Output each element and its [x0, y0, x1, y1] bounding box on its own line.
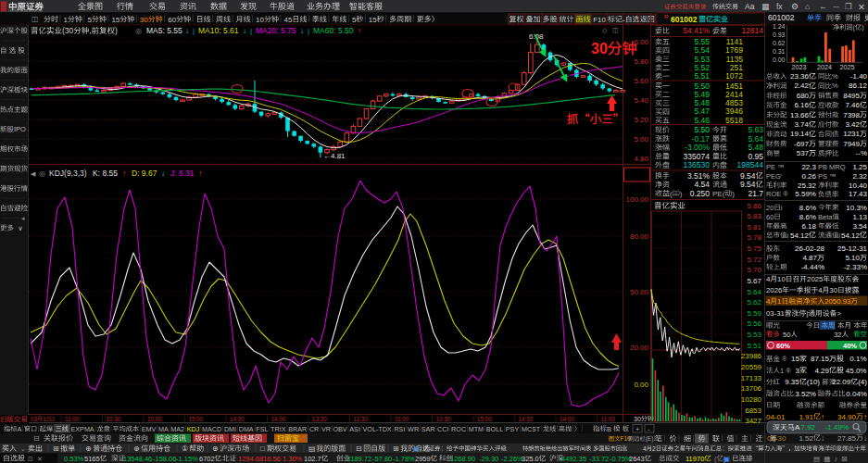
svg-text:17.43: 17.43 — [849, 190, 868, 198]
svg-text:45.0%: 45.0% — [846, 367, 867, 375]
svg-text:2643: 2643 — [629, 455, 645, 463]
svg-text:|: | — [806, 309, 808, 318]
svg-text:9.35: 9.35 — [785, 378, 799, 386]
svg-text:10.3%: 10.3% — [846, 204, 867, 212]
svg-text:4492.35: 4492.35 — [561, 455, 586, 463]
svg-text:16.56: 16.56 — [263, 455, 281, 463]
svg-text:10280: 10280 — [741, 395, 762, 404]
svg-text:03: 03 — [31, 416, 38, 422]
svg-text:↑: ↑ — [821, 413, 824, 421]
svg-text:▤: ▤ — [308, 444, 318, 453]
svg-text:3427: 3427 — [745, 417, 761, 425]
svg-text:8.6%: 8.6% — [799, 204, 816, 212]
svg-text:0.93: 0.93 — [773, 31, 786, 38]
svg-text:3.54: 3.54 — [852, 222, 867, 231]
svg-text:601002: 601002 — [768, 13, 795, 22]
svg-text:4: 4 — [818, 286, 823, 294]
svg-text:∨: ∨ — [14, 224, 23, 232]
svg-text:30: 30 — [634, 416, 641, 422]
svg-text:IPO: IPO — [14, 125, 26, 133]
svg-text:5.00: 5.00 — [634, 135, 648, 144]
svg-text:8.6%: 8.6% — [799, 213, 816, 221]
svg-text:5.59: 5.59 — [747, 309, 761, 318]
svg-text:5.60: 5.60 — [634, 77, 648, 85]
svg-text:5.75: 5.75 — [747, 244, 761, 253]
svg-text:7949: 7949 — [843, 140, 860, 148]
svg-text:10: 10 — [777, 275, 786, 283]
svg-text:537: 537 — [797, 149, 810, 157]
svg-text:2959: 2959 — [415, 455, 431, 463]
svg-text:Aa: Aa — [745, 2, 755, 11]
svg-text:26-02-28: 26-02-28 — [795, 244, 825, 253]
svg-text:↑: ↑ — [358, 26, 361, 35]
svg-text:4.29: 4.29 — [814, 367, 829, 375]
svg-text:10:30: 10:30 — [107, 416, 121, 422]
svg-text:12814: 12814 — [741, 26, 763, 35]
svg-text:21.7: 21.7 — [748, 189, 764, 198]
svg-text:14:30: 14:30 — [519, 416, 534, 422]
svg-text:F10: F10 — [593, 16, 606, 24]
svg-text:←4.81: ←4.81 — [323, 152, 346, 160]
svg-text:5.10: 5.10 — [845, 254, 860, 262]
svg-text:50: 50 — [783, 331, 790, 339]
svg-text:5: 5 — [352, 16, 357, 24]
svg-text:◎: ◎ — [135, 27, 142, 35]
svg-text:PSY: PSY — [506, 425, 520, 433]
svg-text:6.18: 6.18 — [801, 222, 816, 231]
svg-text:03-31: 03-31 — [766, 309, 785, 318]
svg-text:0.26: 0.26 — [801, 172, 816, 181]
svg-text:1.25: 1.25 — [852, 163, 867, 171]
svg-text:|: | — [250, 27, 252, 35]
svg-text:14:00: 14:00 — [560, 416, 574, 422]
svg-text:-1.15%: -1.15% — [176, 455, 198, 463]
svg-text:25.32: 25.32 — [798, 181, 817, 190]
svg-text:0.53%: 0.53% — [64, 455, 84, 463]
svg-text:J: 6.31: J: 6.31 — [170, 169, 195, 178]
svg-text:MA2: MA2 — [170, 425, 184, 433]
svg-text:5165: 5165 — [84, 455, 100, 463]
svg-text:MTM: MTM — [469, 425, 484, 433]
svg-text:30: 30 — [829, 286, 837, 294]
svg-text:PS ™: PS ™ — [818, 172, 837, 181]
svg-text:-1.78%: -1.78% — [393, 455, 415, 463]
svg-text:5.62: 5.62 — [747, 298, 761, 307]
svg-text:0.1%: 0.1% — [849, 355, 866, 363]
svg-text:EXPMA: EXPMA — [71, 425, 94, 433]
svg-text:®: ® — [780, 355, 787, 363]
svg-text:FSL: FSL — [256, 425, 268, 433]
svg-text:|: | — [308, 27, 309, 35]
svg-text:EMV: EMV — [142, 425, 157, 433]
svg-text:40%: 40% — [843, 342, 857, 350]
svg-text:A: A — [795, 423, 800, 432]
svg-text:87.15: 87.15 — [811, 355, 830, 363]
svg-text:◂: ◂ — [21, 215, 25, 221]
svg-text:335074: 335074 — [684, 152, 711, 161]
svg-text:2.32: 2.32 — [852, 172, 867, 181]
svg-text:+: + — [635, 425, 640, 433]
svg-text:DMA: DMA — [239, 425, 254, 433]
svg-text:7398: 7398 — [843, 111, 860, 119]
svg-text:7.46: 7.46 — [845, 101, 860, 109]
svg-text:-: - — [623, 16, 625, 24]
svg-text:-697: -697 — [794, 140, 810, 148]
svg-text:2025: 2025 — [840, 63, 855, 71]
svg-text:VOL-TDX: VOL-TDX — [363, 425, 392, 433]
svg-text:3.74: 3.74 — [794, 120, 809, 129]
svg-text:←: ← — [819, 2, 827, 11]
svg-text:◫: ◫ — [31, 15, 39, 23]
svg-text:5.51: 5.51 — [695, 71, 711, 81]
svg-text:B: B — [607, 425, 611, 433]
svg-text:5.64: 5.64 — [748, 134, 764, 144]
svg-text:BRAR: BRAR — [288, 425, 307, 433]
svg-text:10: 10 — [256, 16, 264, 24]
svg-text:86.12: 86.12 — [849, 81, 868, 90]
svg-text:5.83: 5.83 — [747, 212, 761, 220]
svg-text:ASI: ASI — [349, 425, 360, 433]
svg-text:-2.26%: -2.26% — [501, 455, 523, 463]
svg-text:⊟: ⊟ — [356, 444, 364, 453]
svg-text:2050.93: 2050.93 — [824, 297, 850, 306]
svg-text:15:00: 15:00 — [189, 416, 204, 422]
svg-text:): ) — [862, 23, 863, 31]
svg-text:5.70: 5.70 — [747, 266, 761, 274]
svg-text:-1.40: -1.40 — [850, 72, 868, 81]
